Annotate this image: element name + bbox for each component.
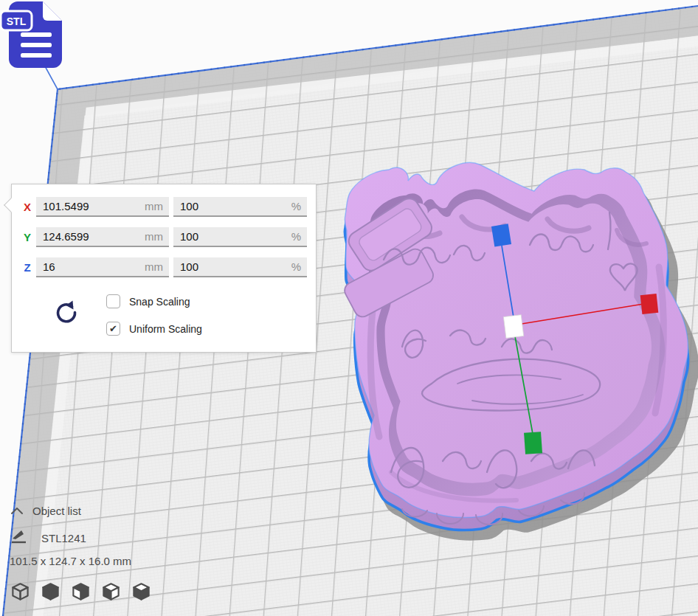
stl-badge-label: STL: [7, 15, 27, 27]
view-3d-button[interactable]: [10, 582, 30, 602]
x-size-input[interactable]: [36, 200, 145, 212]
z-size-unit: mm: [145, 260, 169, 273]
x-percent-input[interactable]: [173, 200, 291, 212]
snap-scaling-row: Snap Scaling: [106, 294, 190, 308]
y-size-unit: mm: [145, 230, 169, 243]
view-front-button[interactable]: [41, 582, 61, 602]
view-right-side-button[interactable]: [131, 582, 151, 602]
reset-scale-button[interactable]: [53, 300, 80, 326]
object-list-header[interactable]: Object list: [32, 505, 81, 517]
left-side-view-icon: [101, 582, 121, 602]
x-scale-handle[interactable]: [640, 294, 659, 314]
model-dimensions-label: 101.5 x 124.7 x 16.0 mm: [10, 555, 131, 567]
z-percent-input[interactable]: [173, 260, 291, 273]
mesh-type-icon: [10, 529, 28, 545]
x-size-unit: mm: [145, 200, 169, 212]
3d-view-icon: [10, 582, 30, 602]
snap-scaling-label: Snap Scaling: [129, 296, 190, 308]
z-size-input[interactable]: [36, 260, 145, 273]
application-window: STL X mm % Y mm %: [0, 0, 698, 616]
scale-tool-panel: X mm % Y mm % Z mm: [11, 184, 317, 353]
z-axis-label: Z: [19, 261, 35, 274]
front-view-icon: [41, 582, 61, 602]
y-scale-handle[interactable]: [524, 432, 542, 454]
scale-row-y: Y mm %: [12, 227, 316, 247]
x-axis-label: X: [19, 201, 35, 213]
object-list-item[interactable]: STL1241: [41, 532, 86, 544]
scale-row-z: Z mm %: [12, 257, 316, 277]
z-percent-unit: %: [291, 260, 307, 273]
y-size-input[interactable]: [36, 230, 145, 243]
y-axis-label: Y: [19, 231, 35, 243]
right-side-view-icon: [131, 582, 151, 602]
center-scale-handle[interactable]: [503, 315, 523, 339]
y-percent-input[interactable]: [173, 230, 291, 243]
chevron-up-icon[interactable]: [10, 507, 24, 515]
y-percent-unit: %: [291, 230, 307, 243]
camera-view-toolbar: [10, 582, 151, 602]
uniform-scaling-label: Uniform Scaling: [129, 323, 202, 335]
snap-scaling-checkbox[interactable]: [106, 294, 120, 308]
view-top-button[interactable]: [71, 582, 91, 602]
z-scale-handle[interactable]: [491, 224, 511, 246]
uniform-scaling-checkbox[interactable]: ✔: [106, 322, 120, 336]
stl-file-icon: STL: [0, 0, 71, 74]
top-view-icon: [71, 582, 91, 602]
view-left-side-button[interactable]: [101, 582, 121, 602]
x-percent-unit: %: [291, 200, 307, 212]
scale-row-x: X mm %: [12, 197, 316, 217]
reset-arrow-icon: [54, 300, 79, 325]
uniform-scaling-row: ✔ Uniform Scaling: [106, 322, 202, 336]
